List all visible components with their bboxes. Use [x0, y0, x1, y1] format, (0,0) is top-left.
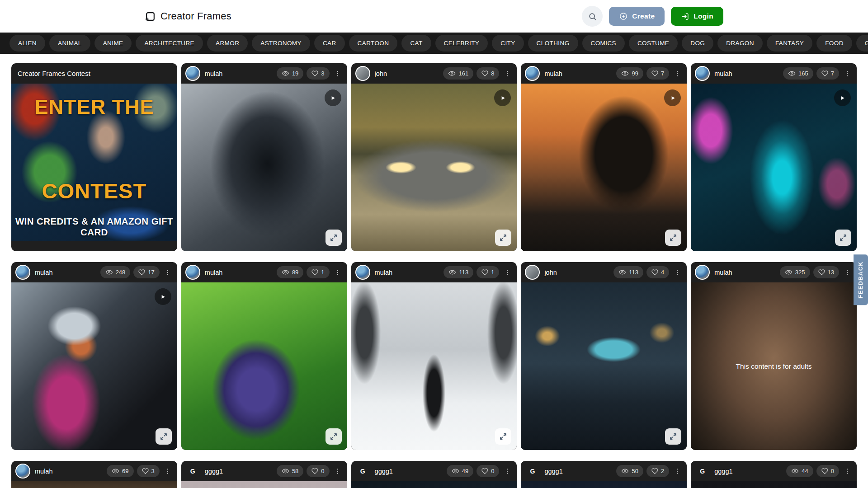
category-pill[interactable]: CARTOON [349, 35, 398, 52]
feedback-tab[interactable]: FEEDBACK [854, 254, 868, 305]
category-nav[interactable]: ALIENANIMALANIMEARCHITECTUREARMORASTRONO… [0, 33, 868, 54]
likes-badge[interactable]: 0 [476, 465, 499, 477]
avatar[interactable] [15, 464, 30, 479]
logo[interactable]: Creator Frames [145, 10, 231, 22]
avatar[interactable] [525, 265, 540, 280]
card-image[interactable] [691, 84, 857, 251]
category-pill[interactable]: COMICS [582, 35, 625, 52]
username[interactable]: mulah [544, 70, 562, 77]
category-pill[interactable]: DRAGON [717, 35, 763, 52]
login-button[interactable]: Login [671, 7, 723, 26]
card-image[interactable] [521, 282, 687, 450]
likes-badge[interactable]: 0 [816, 465, 839, 477]
category-pill[interactable]: ANIME [94, 35, 132, 52]
more-options-button[interactable] [842, 69, 852, 78]
play-button[interactable] [155, 288, 171, 305]
more-options-button[interactable] [672, 69, 682, 78]
avatar[interactable] [695, 66, 710, 81]
card-image[interactable] [11, 481, 177, 488]
card-image[interactable]: This content is for adults [691, 282, 857, 450]
likes-badge[interactable]: 7 [816, 67, 839, 80]
more-options-button[interactable] [333, 268, 343, 277]
play-button[interactable] [834, 89, 851, 106]
card-image[interactable] [181, 282, 347, 450]
avatar[interactable] [185, 66, 200, 81]
more-options-button[interactable] [842, 467, 852, 476]
category-pill[interactable]: CAT [401, 35, 431, 52]
more-options-button[interactable] [842, 268, 852, 277]
category-pill[interactable]: CITY [492, 35, 524, 52]
category-pill[interactable]: FOOD [816, 35, 852, 52]
more-options-button[interactable] [502, 69, 512, 78]
category-pill[interactable]: CELEBRITY [435, 35, 488, 52]
card-image[interactable] [351, 282, 517, 450]
card-image[interactable] [11, 282, 177, 450]
category-pill[interactable]: CLOTHING [528, 35, 578, 52]
more-options-button[interactable] [672, 467, 682, 476]
contest-card[interactable]: Creator Frames Contest ENTER THE CONTEST… [11, 63, 177, 251]
avatar[interactable] [355, 66, 370, 81]
username[interactable]: mulah [714, 70, 732, 77]
category-pill[interactable]: COSTUME [629, 35, 678, 52]
category-pill[interactable]: ASTRONOMY [252, 35, 310, 52]
contest-image[interactable]: ENTER THE CONTEST WIN CREDITS & AN AMAZO… [11, 84, 177, 241]
expand-button[interactable] [495, 428, 511, 445]
card-image[interactable] [181, 481, 347, 488]
avatar[interactable]: G [185, 464, 200, 479]
create-button[interactable]: Create [609, 7, 665, 26]
more-options-button[interactable] [333, 69, 343, 78]
card-image[interactable] [521, 481, 687, 488]
avatar[interactable]: G [695, 464, 710, 479]
avatar[interactable] [185, 265, 200, 280]
username[interactable]: john [544, 269, 557, 276]
category-pill[interactable]: CAR [314, 35, 345, 52]
category-pill[interactable]: ANIMAL [49, 35, 90, 52]
category-pill[interactable]: ALIEN [9, 35, 45, 52]
category-pill[interactable]: ARCHITECTURE [136, 35, 203, 52]
likes-badge[interactable]: 2 [646, 465, 669, 477]
username[interactable]: gggg1 [375, 468, 393, 475]
likes-badge[interactable]: 17 [133, 266, 159, 278]
more-options-button[interactable] [163, 268, 173, 277]
avatar[interactable]: G [525, 464, 540, 479]
likes-badge[interactable]: 1 [476, 266, 499, 278]
play-button[interactable] [325, 89, 341, 106]
card-image[interactable] [351, 84, 517, 251]
expand-button[interactable] [326, 428, 342, 445]
username[interactable]: gggg1 [205, 468, 223, 475]
play-button[interactable] [494, 89, 511, 106]
category-pill[interactable]: ARMOR [207, 35, 248, 52]
avatar[interactable] [15, 265, 30, 280]
username[interactable]: mulah [35, 269, 53, 276]
more-options-button[interactable] [333, 467, 343, 476]
likes-badge[interactable]: 3 [137, 465, 160, 477]
username[interactable]: gggg1 [544, 468, 562, 475]
likes-badge[interactable]: 8 [476, 67, 499, 80]
username[interactable]: mulah [205, 269, 223, 276]
likes-badge[interactable]: 0 [307, 465, 329, 477]
avatar[interactable] [525, 66, 540, 81]
username[interactable]: mulah [375, 269, 393, 276]
likes-badge[interactable]: 3 [307, 67, 329, 80]
expand-button[interactable] [156, 428, 172, 445]
more-options-button[interactable] [502, 268, 512, 277]
card-image[interactable] [181, 84, 347, 251]
more-options-button[interactable] [163, 467, 173, 476]
category-pill[interactable]: GAME CHARACTER [856, 35, 868, 52]
avatar[interactable] [695, 265, 710, 280]
expand-button[interactable] [326, 230, 342, 246]
username[interactable]: mulah [205, 70, 223, 77]
card-image[interactable] [691, 481, 857, 488]
card-image[interactable] [521, 84, 687, 251]
username[interactable]: gggg1 [714, 468, 732, 475]
expand-button[interactable] [495, 230, 511, 246]
likes-badge[interactable]: 1 [307, 266, 329, 278]
more-options-button[interactable] [502, 467, 512, 476]
more-options-button[interactable] [672, 268, 682, 277]
avatar[interactable] [355, 265, 370, 280]
username[interactable]: john [375, 70, 387, 77]
search-button[interactable] [582, 6, 603, 27]
likes-badge[interactable]: 13 [813, 266, 839, 278]
likes-badge[interactable]: 7 [646, 67, 669, 80]
expand-button[interactable] [665, 230, 681, 246]
